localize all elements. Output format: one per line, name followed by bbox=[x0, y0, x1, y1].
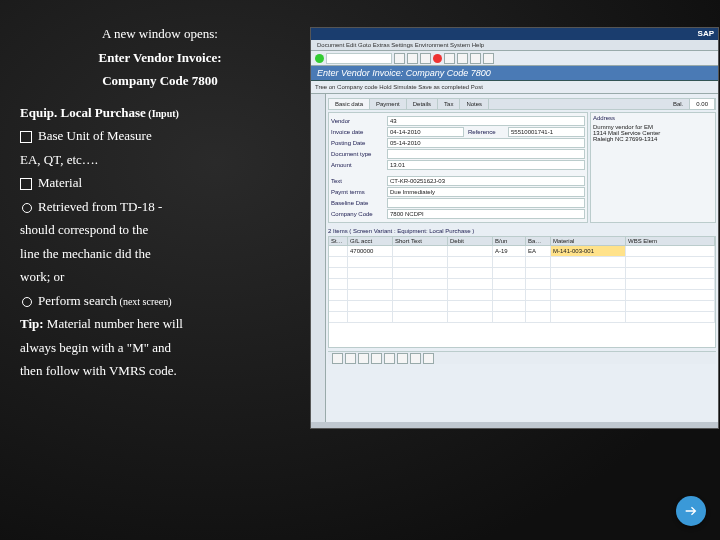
checkbox-icon bbox=[20, 131, 32, 143]
company-code-field[interactable]: 7800 NCDPI bbox=[387, 209, 585, 219]
tab-tax[interactable]: Tax bbox=[438, 99, 460, 109]
basic-data-panel: Vendor43 Invoice date04-14-2010Reference… bbox=[328, 112, 588, 223]
circle-icon bbox=[22, 297, 32, 307]
sap-menubar[interactable]: Document Edit Goto Extras Settings Envir… bbox=[311, 40, 718, 51]
table-row[interactable]: 4700000 A-19 EA M-141-003-001 bbox=[329, 246, 715, 257]
bullet-base-unit: Base Unit of Measure bbox=[20, 126, 300, 146]
sap-logo: SAP bbox=[698, 28, 714, 40]
arrow-right-icon bbox=[683, 503, 699, 519]
section-heading: Equip. Local Purchase (Input) bbox=[20, 103, 300, 123]
grid-footer-toolbar[interactable] bbox=[328, 351, 716, 364]
sub-bullet-search: Perform search (next screen) bbox=[20, 291, 300, 311]
sap-screenshot: SAP Document Edit Goto Extras Settings E… bbox=[310, 27, 719, 429]
amount-field[interactable]: 13.01 bbox=[387, 160, 585, 170]
tab-payment[interactable]: Payment bbox=[370, 99, 407, 109]
cancel-icon[interactable] bbox=[433, 54, 442, 63]
circle-icon bbox=[22, 203, 32, 213]
base-unit-examples: EA, QT, etc…. bbox=[20, 150, 300, 170]
reference-field[interactable]: 55510001741-1 bbox=[508, 127, 585, 137]
vendor-address-panel: Address Dummy vendor for EM 1314 Mail Se… bbox=[590, 112, 716, 223]
tab-basic[interactable]: Basic data bbox=[329, 99, 370, 109]
doc-type-field[interactable] bbox=[387, 149, 585, 159]
baseline-date-field[interactable] bbox=[387, 198, 585, 208]
tab-details[interactable]: Details bbox=[407, 99, 438, 109]
material-cell[interactable]: M-141-003-001 bbox=[551, 246, 626, 256]
bullet-material: Material bbox=[20, 173, 300, 193]
balance-label: Bal. bbox=[667, 99, 690, 109]
posting-date-field[interactable]: 05-14-2010 bbox=[387, 138, 585, 148]
check-icon[interactable] bbox=[315, 54, 324, 63]
tab-strip[interactable]: Basic data Payment Details Tax Notes Bal… bbox=[328, 98, 716, 110]
tab-notes[interactable]: Notes bbox=[460, 99, 489, 109]
window-title-2: Company Code 7800 bbox=[20, 71, 300, 91]
sap-sidebar[interactable] bbox=[311, 94, 326, 422]
sap-app-toolbar[interactable]: Tree on Company code Hold Simulate Save … bbox=[311, 81, 718, 94]
items-grid[interactable]: St… G/L acct Short Text Debit B/un Ba… M… bbox=[328, 236, 716, 348]
sap-screen-title: Enter Vendor Invoice: Company Code 7800 bbox=[311, 66, 718, 81]
sap-toolbar[interactable] bbox=[311, 51, 718, 66]
window-title-1: Enter Vendor Invoice: bbox=[20, 48, 300, 68]
sap-titlebar: SAP bbox=[311, 28, 718, 40]
instruction-panel: A new window opens: Enter Vendor Invoice… bbox=[0, 0, 310, 540]
next-button[interactable] bbox=[676, 496, 706, 526]
intro-line: A new window opens: bbox=[20, 24, 300, 44]
text-field[interactable]: CT-KR-0025162J-03 bbox=[387, 176, 585, 186]
invoice-date-field[interactable]: 04-14-2010 bbox=[387, 127, 464, 137]
grid-title: 2 Items ( Screen Variant : Equipment: Lo… bbox=[328, 228, 716, 234]
sub-bullet-retrieved: Retrieved from TD-18 - bbox=[20, 197, 300, 217]
balance-value: 0.00 bbox=[690, 99, 715, 109]
tip-block: Tip: Material number here will bbox=[20, 314, 300, 334]
checkbox-icon bbox=[20, 178, 32, 190]
paymt-terms-field[interactable]: Due Immediately bbox=[387, 187, 585, 197]
vendor-field[interactable]: 43 bbox=[387, 116, 585, 126]
